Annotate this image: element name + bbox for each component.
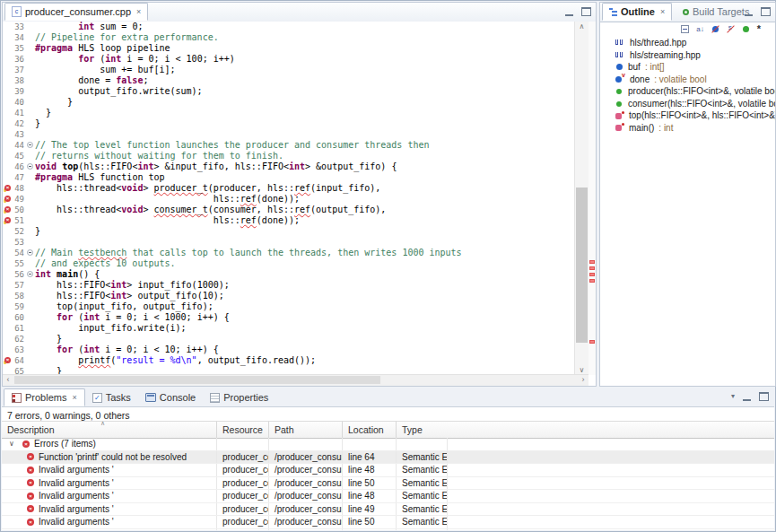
maximize-icon[interactable] bbox=[581, 7, 591, 16]
hide-static-icon[interactable] bbox=[727, 25, 735, 33]
code-line: 39 output_fifo.write(sum); bbox=[3, 86, 577, 97]
editor-tab-producer-consumer[interactable]: c producer_consumer.cpp × bbox=[4, 3, 148, 21]
problem-filler-cell bbox=[448, 464, 774, 476]
code-line: 44// The top level function launches the… bbox=[3, 140, 577, 151]
problem-description-cell: ∨×Errors (7 items) bbox=[2, 438, 217, 450]
gutter-marker-cell bbox=[3, 258, 11, 269]
sort-icon[interactable] bbox=[696, 25, 703, 33]
scroll-right-icon[interactable]: › bbox=[578, 375, 589, 385]
error-marker-icon[interactable] bbox=[4, 217, 11, 224]
gutter-marker-cell bbox=[3, 172, 11, 183]
column-header-location[interactable]: Location bbox=[343, 422, 397, 438]
error-marker-icon[interactable] bbox=[4, 357, 11, 364]
outline-item[interactable]: hls/streaming.hpp bbox=[600, 49, 775, 62]
tab-tasks[interactable]: Tasks bbox=[85, 388, 138, 406]
fold-cell bbox=[25, 161, 35, 172]
error-marker-icon[interactable] bbox=[4, 185, 11, 192]
outline-item[interactable]: consumer(hls::FIFO<int>&, volatile bool& bbox=[600, 98, 775, 110]
overview-error-marker[interactable] bbox=[589, 279, 595, 283]
vertical-scrollbar[interactable]: ∧ ∨ bbox=[574, 22, 589, 375]
problem-row[interactable]: ×Invalid arguments 'producer_cons.../pro… bbox=[2, 516, 774, 529]
error-marker-icon[interactable] bbox=[4, 206, 11, 214]
overview-error-marker[interactable] bbox=[589, 340, 595, 344]
minimize-icon[interactable] bbox=[743, 392, 751, 401]
close-icon[interactable]: × bbox=[136, 7, 141, 16]
hide-fields-icon[interactable] bbox=[711, 25, 719, 33]
problem-row[interactable]: ×Invalid arguments 'producer_cons.../pro… bbox=[2, 464, 774, 477]
fold-collapse-icon[interactable] bbox=[27, 249, 33, 256]
tab-properties[interactable]: Properties bbox=[203, 388, 275, 406]
fold-cell bbox=[25, 140, 35, 151]
problem-row[interactable]: ×Invalid arguments 'producer_cons.../pro… bbox=[2, 503, 774, 517]
horizontal-scrollbar-thumb[interactable] bbox=[14, 376, 380, 384]
error-marker-icon[interactable] bbox=[4, 196, 11, 203]
fold-cell bbox=[25, 291, 35, 301]
problems-group-row[interactable]: ∨×Errors (7 items) bbox=[2, 438, 774, 451]
line-number: 40 bbox=[11, 97, 25, 108]
fold-collapse-icon[interactable] bbox=[27, 271, 33, 277]
problem-description-text: Invalid arguments ' bbox=[39, 464, 114, 475]
code-line: 60 for (int i = 0; i < 1000; i++) { bbox=[3, 312, 577, 323]
close-icon[interactable]: × bbox=[660, 7, 665, 16]
collapse-all-icon[interactable] bbox=[681, 25, 689, 33]
console-icon bbox=[145, 393, 156, 402]
problem-row[interactable]: ×Invalid arguments 'producer_cons.../pro… bbox=[2, 477, 774, 491]
problem-row[interactable]: ×Invalid arguments 'producer_cons.../pro… bbox=[2, 490, 774, 503]
tab-problems[interactable]: Problems× bbox=[4, 388, 85, 406]
maximize-icon[interactable] bbox=[759, 392, 769, 401]
gutter-marker-cell bbox=[3, 334, 11, 344]
overview-error-marker[interactable] bbox=[589, 273, 595, 276]
tab-console[interactable]: Console bbox=[138, 388, 203, 406]
fold-cell bbox=[25, 194, 35, 205]
function-icon bbox=[615, 100, 623, 108]
outline-item[interactable]: hls/thread.hpp bbox=[600, 37, 775, 49]
fold-collapse-icon[interactable] bbox=[27, 142, 33, 148]
expander-icon[interactable]: ∨ bbox=[9, 438, 18, 449]
scroll-left-icon[interactable]: ‹ bbox=[3, 375, 13, 385]
minimize-icon[interactable] bbox=[745, 7, 753, 16]
overview-error-marker[interactable] bbox=[589, 260, 595, 264]
outline-item-label: hls/streaming.hpp bbox=[630, 50, 701, 60]
tab-label: Problems bbox=[25, 392, 66, 403]
code-area[interactable]: 33 int sum = 0;34// Pipeline for extra p… bbox=[3, 22, 577, 377]
outline-item[interactable]: producer(hls::FIFO<int>&, volatile bool& bbox=[600, 85, 775, 98]
code-line: 35#pragma HLS loop pipeline bbox=[3, 43, 577, 54]
close-icon[interactable]: × bbox=[72, 393, 76, 402]
vertical-scrollbar-thumb[interactable] bbox=[576, 188, 588, 343]
error-icon: × bbox=[27, 453, 34, 460]
hide-non-public-icon[interactable] bbox=[742, 25, 750, 33]
column-header-resource[interactable]: Resource bbox=[217, 422, 269, 438]
error-icon: × bbox=[27, 493, 34, 500]
problem-row[interactable]: ×Invalid arguments 'producer_cons.../pro… bbox=[2, 529, 774, 531]
outline-item-label: main() bbox=[629, 123, 654, 133]
gutter-marker-cell bbox=[3, 151, 11, 161]
view-menu-icon[interactable]: ▾ bbox=[731, 393, 735, 400]
tab-outline[interactable]: Outline × bbox=[602, 3, 672, 21]
outline-item[interactable]: done : volatile bool bbox=[600, 74, 775, 86]
fold-cell bbox=[25, 108, 35, 118]
overview-error-marker[interactable] bbox=[589, 266, 595, 270]
gutter-marker-cell bbox=[3, 237, 11, 248]
line-number: 63 bbox=[11, 344, 25, 355]
scroll-up-icon[interactable]: ∧ bbox=[575, 22, 589, 31]
line-number: 50 bbox=[11, 205, 25, 215]
code-text: for (int i = 0; i < 10; i++) { bbox=[35, 344, 219, 355]
outline-item[interactable]: main() : int bbox=[600, 122, 775, 135]
line-number: 42 bbox=[11, 118, 25, 129]
horizontal-scrollbar[interactable]: ‹ › bbox=[3, 374, 589, 386]
outline-item[interactable]: buf : int[] bbox=[600, 61, 775, 74]
fold-collapse-icon[interactable] bbox=[27, 163, 33, 170]
minimize-icon[interactable] bbox=[565, 7, 573, 16]
problem-row[interactable]: ×Function 'printf' could not be resolved… bbox=[2, 451, 774, 465]
column-header-path[interactable]: Path bbox=[269, 422, 343, 438]
outline-tab-title: Outline bbox=[621, 6, 655, 17]
maximize-icon[interactable] bbox=[761, 7, 771, 16]
column-header-type[interactable]: Type bbox=[397, 422, 448, 438]
problem-type-cell: Semantic Error bbox=[397, 503, 448, 516]
problem-description-text: Invalid arguments ' bbox=[39, 503, 114, 515]
customize-view-icon[interactable] bbox=[757, 25, 761, 33]
problem-location-cell: line 48 bbox=[343, 490, 397, 502]
outline-item[interactable]: top(hls::FIFO<int>&, hls::FIFO<int>&) : … bbox=[600, 109, 775, 122]
problem-description-cell: ×Invalid arguments ' bbox=[2, 477, 217, 490]
column-header-description[interactable]: Description∧ bbox=[2, 422, 217, 438]
